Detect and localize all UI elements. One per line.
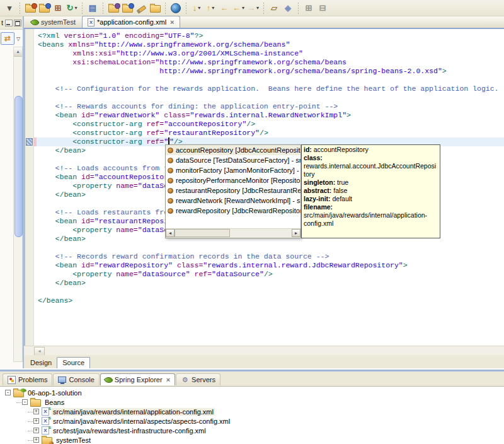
code-line[interactable]: http://www.springframework.org/schema/be… bbox=[33, 67, 504, 76]
code-line[interactable]: <bean id="rewardNetwork" class="rewards.… bbox=[33, 111, 504, 120]
collapse-expander-icon[interactable]: - bbox=[22, 399, 28, 405]
code-line[interactable] bbox=[33, 288, 504, 296]
new-document-button[interactable]: ▤ bbox=[86, 2, 100, 15]
code-line[interactable]: </bean> bbox=[33, 279, 504, 288]
code-line[interactable]: <!-- Configuration for the rewards appli… bbox=[33, 85, 504, 93]
scroll-left-icon[interactable]: ◂ bbox=[34, 347, 45, 356]
editor-hscrollbar[interactable]: ◂ bbox=[24, 346, 504, 355]
expand-expander-icon[interactable]: + bbox=[33, 409, 39, 414]
badge-dot bbox=[115, 3, 120, 9]
completion-item[interactable]: restaurantRepository [JdbcRestaurantRepo… bbox=[166, 185, 301, 196]
back-icon: ← bbox=[232, 3, 241, 13]
tree-item[interactable]: +ssrc/main/java/rewards/internal/applica… bbox=[0, 407, 504, 416]
completion-item[interactable]: rewardNetwork [RewardNetworkImpl] - src/… bbox=[166, 196, 301, 206]
dropdown-arrow-icon[interactable]: ▾ bbox=[212, 5, 214, 11]
brush-button[interactable] bbox=[134, 2, 148, 15]
scroll-right-icon[interactable]: ▸ bbox=[292, 229, 301, 237]
code-token: > bbox=[403, 261, 408, 269]
tree-connector bbox=[28, 421, 33, 422]
web-browser-button[interactable] bbox=[169, 2, 183, 15]
code-line[interactable]: <property name="dataSource" ref="dataSou… bbox=[33, 270, 504, 279]
scrollbar-thumb[interactable] bbox=[14, 96, 23, 237]
code-token: <beans bbox=[38, 40, 68, 49]
view-menu-dropdown-icon[interactable]: ▽ bbox=[16, 36, 20, 42]
completion-item[interactable]: dataSource [TestDataSourceFactory] - src… bbox=[166, 155, 301, 165]
close-icon[interactable]: × bbox=[166, 376, 170, 383]
bottom-tab-problems[interactable]: Problems bbox=[3, 373, 52, 385]
completion-item[interactable]: monitorFactory [JamonMonitorFactory] - s… bbox=[166, 165, 301, 175]
new-wizard-button[interactable] bbox=[23, 2, 37, 15]
new-package-button[interactable]: ⊞ bbox=[51, 2, 65, 15]
collapse-expander-icon[interactable]: - bbox=[5, 390, 11, 395]
open-file-button[interactable] bbox=[148, 2, 162, 15]
dropdown-arrow-icon[interactable]: ▾ bbox=[242, 5, 244, 11]
close-icon[interactable]: × bbox=[170, 18, 174, 26]
completion-item[interactable]: repositoryPerformanceMonitor [Repository… bbox=[166, 175, 301, 185]
open-resource-button[interactable] bbox=[120, 2, 134, 15]
bottom-tab-spring-explorer[interactable]: Spring Explorer× bbox=[100, 373, 175, 385]
back-to-last-edit-button[interactable]: ← bbox=[217, 2, 231, 15]
tree-item[interactable]: +ssrc/main/java/rewards/internal/aspects… bbox=[0, 416, 504, 426]
expand-expander-icon[interactable]: + bbox=[33, 437, 39, 443]
dropdown-arrow-icon[interactable]: ▾ bbox=[74, 5, 77, 11]
refresh-button[interactable]: ↻▾ bbox=[65, 2, 79, 15]
code-line[interactable]: </beans> bbox=[33, 296, 504, 305]
collapse-all-button[interactable]: ⊟ bbox=[316, 2, 329, 15]
expand-all-button[interactable]: ⊞ bbox=[302, 2, 316, 15]
code-line[interactable]: <!-- Rewards accounts for dining: the ap… bbox=[33, 102, 504, 111]
back-button[interactable]: ←▾ bbox=[231, 2, 246, 15]
annotation-ruler[interactable] bbox=[25, 29, 34, 346]
link-with-editor-button[interactable]: ⇄ bbox=[1, 32, 14, 45]
code-line[interactable]: <bean id="rewardRepository" class="rewar… bbox=[33, 261, 504, 270]
expand-expander-icon[interactable]: + bbox=[33, 428, 39, 433]
tree-item[interactable]: -06-aop-1-solution bbox=[0, 388, 504, 397]
tree-item[interactable]: +systemTest bbox=[0, 435, 504, 444]
code-line[interactable]: xsi:schemaLocation="http://www.springfra… bbox=[33, 58, 504, 67]
code-token: "dataSo bbox=[138, 182, 168, 190]
code-line[interactable]: <!-- Records reward confirmation records… bbox=[33, 252, 504, 261]
new-java-project-button[interactable] bbox=[37, 2, 51, 15]
left-view-tab-stub[interactable]: t bbox=[0, 16, 23, 30]
code-line[interactable]: xmlns:xsi="http://www.w3.org/2001/XMLSch… bbox=[33, 49, 504, 58]
editor-tab--application-config-xml[interactable]: *application-config.xml× bbox=[82, 16, 180, 28]
expand-expander-icon[interactable]: + bbox=[33, 418, 39, 424]
code-line[interactable] bbox=[33, 93, 504, 102]
editor-tab-systemtest[interactable]: systemTest bbox=[26, 16, 81, 28]
dropdown-arrow-icon[interactable]: ▾ bbox=[256, 5, 259, 11]
view-tab-source[interactable]: Source bbox=[57, 357, 90, 368]
maximize-view-button[interactable] bbox=[14, 20, 21, 26]
bottom-tab-console[interactable]: Console bbox=[53, 373, 99, 385]
popup-scroll-thumb[interactable] bbox=[175, 229, 230, 237]
last-edit-location-button[interactable]: ▱ bbox=[267, 2, 281, 15]
view-tab-design[interactable]: Design bbox=[25, 358, 57, 368]
forward-button[interactable]: →▾ bbox=[246, 2, 260, 15]
export-button[interactable]: ↑▾ bbox=[203, 2, 217, 15]
open-wizard-button[interactable] bbox=[106, 2, 120, 15]
code-token: "rewardRepository" bbox=[94, 261, 173, 269]
content-assist-popup[interactable]: accountRepository [JdbcAccountRepository… bbox=[165, 144, 301, 238]
dropdown-arrow-icon[interactable]: ▾ bbox=[198, 5, 200, 11]
code-line[interactable]: <constructor-arg ref="restaurantReposito… bbox=[33, 129, 504, 137]
popup-hscrollbar[interactable]: ◂ ▸ bbox=[166, 228, 301, 238]
current-line-marker bbox=[26, 138, 33, 146]
scroll-left-icon[interactable]: ◂ bbox=[166, 229, 175, 237]
code-line[interactable] bbox=[33, 76, 504, 85]
menu-dropdown-button[interactable]: ▾ bbox=[3, 2, 16, 15]
completion-item[interactable]: rewardRepository [JdbcRewardRepository] … bbox=[166, 206, 301, 216]
code-line[interactable]: <beans xmlns="http://www.springframework… bbox=[33, 40, 504, 49]
left-view-scrollbar[interactable]: ▴ bbox=[13, 47, 23, 362]
code-line[interactable]: <constructor-arg ref="accountRepository"… bbox=[33, 120, 504, 129]
scroll-up-icon[interactable]: ▴ bbox=[14, 47, 22, 57]
tree-item[interactable]: +ssrc/test/java/rewards/test-infrastruct… bbox=[0, 426, 504, 435]
content-assist-list[interactable]: accountRepository [JdbcAccountRepository… bbox=[166, 145, 301, 216]
annotation-button[interactable]: ◈ bbox=[281, 2, 295, 15]
tree-item[interactable]: -Beans bbox=[0, 397, 504, 407]
minimize-view-button[interactable] bbox=[5, 20, 13, 26]
spring-explorer-tree[interactable]: -06-aop-1-solution-Beans+ssrc/main/java/… bbox=[0, 386, 504, 444]
code-line[interactable]: <?xml version="1.0" encoding="UTF-8"?> bbox=[33, 32, 504, 40]
code-line[interactable] bbox=[33, 243, 504, 252]
import-button[interactable]: ↓▾ bbox=[190, 2, 203, 15]
completion-item[interactable]: accountRepository [JdbcAccountRepository… bbox=[166, 145, 301, 155]
code-token: class= bbox=[164, 111, 190, 119]
bottom-tab-servers[interactable]: Servers bbox=[176, 373, 220, 385]
